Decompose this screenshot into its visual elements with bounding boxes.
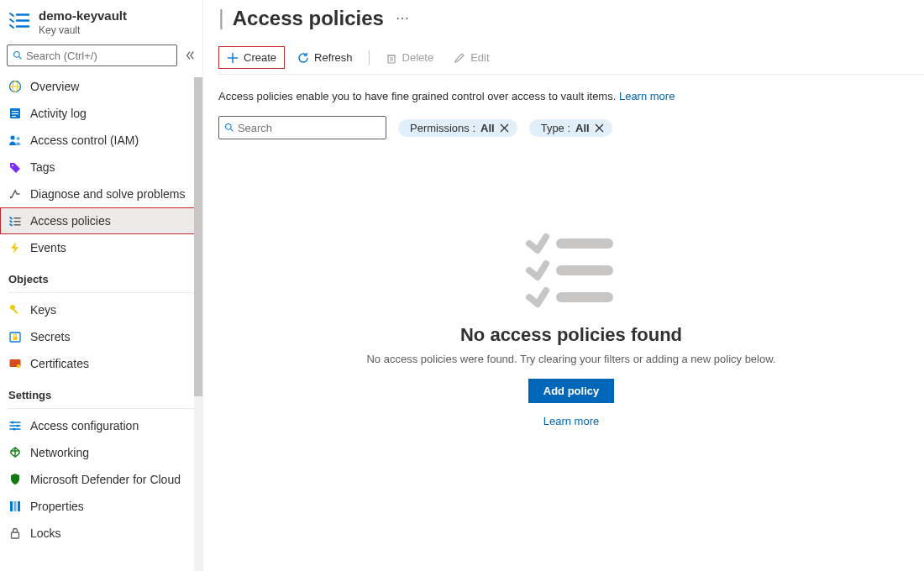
sidebar-scrollbar-thumb[interactable] (194, 77, 202, 396)
svg-point-13 (17, 137, 20, 140)
svg-point-24 (17, 364, 20, 368)
access-policies-icon (8, 214, 22, 228)
svg-rect-50 (556, 265, 613, 275)
nav-label: Access configuration (30, 419, 139, 432)
pill-value: All (480, 122, 495, 134)
nav-secrets[interactable]: Secrets (0, 323, 202, 350)
collapse-sidebar-icon[interactable] (184, 50, 196, 61)
nav-label: Events (30, 241, 66, 254)
section-settings: Settings (0, 377, 202, 405)
search-icon (224, 123, 234, 134)
cmd-label: Create (244, 51, 276, 64)
refresh-button[interactable]: Refresh (290, 47, 360, 68)
activity-log-icon (8, 107, 22, 120)
sidebar-search-input[interactable] (26, 50, 171, 62)
pill-label: Permissions : (410, 122, 475, 134)
filter-search-input[interactable] (238, 122, 381, 134)
nav-label: Certificates (30, 357, 89, 370)
more-actions-icon[interactable]: ⋯ (392, 7, 412, 29)
svg-point-15 (10, 196, 13, 199)
tag-icon (8, 160, 22, 174)
svg-rect-33 (10, 501, 13, 511)
resource-type: Key vault (39, 24, 127, 36)
nav-overview[interactable]: Overview (0, 73, 202, 100)
svg-rect-11 (12, 116, 16, 117)
nav-label: Overview (30, 80, 79, 93)
nav-label: Microsoft Defender for Cloud (30, 473, 181, 486)
refresh-icon (297, 52, 309, 64)
nav-activity-log[interactable]: Activity log (0, 100, 202, 127)
svg-rect-35 (18, 501, 20, 511)
nav-label: Tags (30, 160, 55, 174)
nav-label: Secrets (30, 330, 70, 343)
nav-properties[interactable]: Properties (0, 493, 202, 520)
svg-point-29 (17, 425, 19, 427)
sidebar-search[interactable] (7, 45, 177, 66)
nav-access-policies[interactable]: Access policies (0, 207, 202, 234)
filter-pill-permissions[interactable]: Permissions : All (398, 119, 517, 137)
nav-label: Locks (30, 526, 61, 540)
secrets-icon (8, 330, 22, 343)
sidebar-scrollbar-track[interactable] (194, 77, 202, 571)
svg-point-3 (13, 51, 19, 57)
empty-state-icon (521, 232, 622, 307)
create-button[interactable]: Create (218, 46, 285, 69)
svg-point-30 (13, 428, 16, 431)
description: Access policies enable you to have fine … (218, 90, 924, 102)
cmd-label: Delete (402, 51, 434, 64)
svg-rect-20 (13, 309, 18, 314)
svg-rect-39 (388, 55, 395, 63)
nav-label: Networking (30, 446, 89, 459)
learn-more-link[interactable]: Learn more (619, 90, 675, 102)
pencil-icon (454, 52, 465, 64)
sidebar: demo-keyvault Key vault Overview (0, 0, 203, 571)
empty-learn-more-link[interactable]: Learn more (543, 415, 599, 427)
nav-label: Access control (IAM) (30, 134, 139, 147)
filter-row: Permissions : All Type : All (218, 116, 924, 139)
svg-rect-9 (12, 111, 18, 112)
nav-tags[interactable]: Tags (0, 154, 202, 181)
clear-filter-icon[interactable] (500, 123, 509, 133)
nav-access-config[interactable]: Access configuration (0, 412, 202, 439)
search-icon (13, 50, 23, 61)
nav-defender[interactable]: Microsoft Defender for Cloud (0, 466, 202, 493)
page-title: Access policies (233, 7, 384, 30)
svg-rect-49 (556, 238, 613, 249)
svg-rect-10 (12, 113, 18, 114)
page-title-row: | Access policies ⋯ (218, 5, 924, 31)
svg-rect-36 (12, 532, 19, 538)
nav-events[interactable]: Events (0, 234, 202, 261)
empty-state: No access policies found No access polic… (218, 232, 924, 427)
svg-line-44 (230, 128, 233, 131)
svg-point-14 (12, 165, 13, 166)
nav-networking[interactable]: Networking (0, 439, 202, 466)
svg-rect-51 (556, 292, 613, 302)
nav-diagnose[interactable]: Diagnose and solve problems (0, 181, 202, 207)
nav-label: Keys (30, 303, 56, 317)
clear-filter-icon[interactable] (595, 123, 604, 133)
nav-label: Diagnose and solve problems (30, 187, 185, 201)
svg-rect-34 (14, 501, 17, 511)
nav-locks[interactable]: Locks (0, 520, 202, 547)
nav-keys[interactable]: Keys (0, 296, 202, 323)
plus-icon (227, 52, 239, 64)
cmd-label: Edit (470, 51, 489, 64)
nav-certificates[interactable]: Certificates (0, 350, 202, 377)
globe-icon (8, 80, 22, 93)
svg-line-4 (18, 56, 21, 59)
nav-label: Properties (30, 500, 84, 513)
certificates-icon (8, 357, 22, 370)
access-config-icon (8, 419, 22, 432)
keyvault-icon (7, 8, 30, 32)
description-text: Access policies enable you to have fine … (218, 90, 619, 102)
nav-iam[interactable]: Access control (IAM) (0, 127, 202, 154)
svg-point-43 (225, 123, 231, 129)
command-bar: Create Refresh Delete Edit (218, 46, 924, 75)
section-objects: Objects (0, 261, 202, 289)
add-policy-button[interactable]: Add policy (528, 379, 614, 403)
filter-pill-type[interactable]: Type : All (529, 119, 612, 137)
iam-icon (8, 134, 22, 147)
filter-search[interactable] (218, 116, 386, 139)
svg-point-12 (11, 136, 15, 140)
properties-icon (8, 500, 22, 513)
